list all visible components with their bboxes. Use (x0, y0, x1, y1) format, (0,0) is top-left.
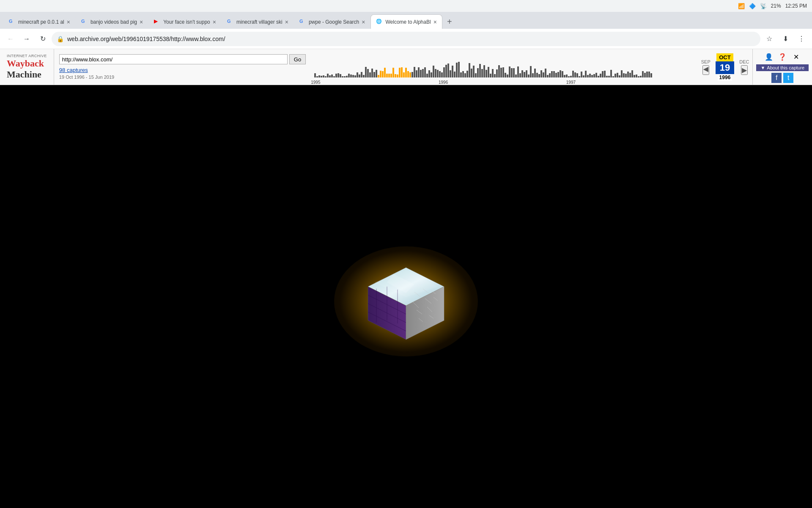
tab-close-6[interactable]: × (433, 19, 437, 25)
address-bar-container: 🔒 (52, 32, 760, 46)
tab-favicon-5: G (299, 19, 306, 25)
tab-favicon-3: ▶ (154, 19, 161, 25)
back-button[interactable]: ← (3, 32, 18, 46)
tab-alphablox[interactable]: 🌐 Welcome to AlphaBl × (370, 14, 442, 29)
new-tab-button[interactable]: + (442, 14, 457, 29)
sim-icon: 📶 (738, 3, 745, 9)
year-label-1997: 1997 (566, 80, 576, 85)
twitter-icon-button[interactable]: t (783, 73, 793, 83)
current-day-label: 19 (716, 61, 734, 74)
tab-label-3: Your face isn't suppo (163, 19, 210, 25)
wayback-logo-text: Wayback (7, 58, 44, 69)
wayback-url-area: Go 98 captures 19 Oct 1996 - 15 Jun 2019 (54, 49, 311, 85)
status-bar: 📶 🔷 📡 21% 12:25 PM (0, 0, 812, 12)
menu-button[interactable]: ⋮ (794, 32, 809, 46)
about-capture-button[interactable]: ▼ About this capture (756, 64, 809, 71)
next-nav-button[interactable]: ▶ (741, 65, 748, 75)
year-label-1996: 1996 (439, 80, 448, 85)
forward-button[interactable]: → (19, 32, 34, 46)
down-arrow-icon: ▼ (760, 65, 765, 70)
tab-favicon-1: G (9, 19, 16, 25)
tab-close-2[interactable]: × (140, 19, 143, 25)
battery-percent: 21% (771, 3, 781, 9)
tab-bar: G minecraft pe 0.0.1 al × G banjo videos… (0, 12, 812, 29)
prev-nav-button[interactable]: ▶ (702, 65, 709, 75)
wb-captures-row: 98 captures (59, 66, 306, 74)
bluetooth-icon: 🔷 (749, 3, 756, 9)
tab-close-5[interactable]: × (362, 19, 365, 25)
current-year-label: 1996 (718, 74, 732, 81)
prev-month-label: SEP (701, 59, 710, 64)
tab-label-1: minecraft pe 0.0.1 al (18, 19, 64, 25)
internet-archive-logo: INTERNET ARCHIVE Wayback Machine (7, 54, 47, 80)
tab-pwpe[interactable]: G pwpe - Google Search × (294, 14, 371, 29)
tab-close-3[interactable]: × (213, 19, 216, 25)
tab-close-4[interactable]: × (285, 19, 288, 25)
wayback-url-input[interactable] (59, 54, 288, 64)
about-capture-label: About this capture (767, 65, 804, 70)
machine-word-row: Machine (7, 69, 41, 80)
next-month-label: DEC (739, 59, 749, 64)
close-icon-button[interactable]: ✕ (790, 51, 802, 63)
wayback-bar: INTERNET ARCHIVE Wayback Machine Go 98 c… (0, 49, 812, 85)
tab-label-2: banjo videos bad pig (91, 19, 137, 25)
download-button[interactable]: ⬇ (778, 32, 793, 46)
tab-favicon-6: 🌐 (376, 19, 383, 25)
cube-container (330, 225, 482, 378)
clock: 12:25 PM (785, 3, 807, 9)
wayback-date-range: 19 Oct 1996 - 15 Jun 2019 (59, 75, 306, 80)
wifi-icon: 📡 (760, 3, 767, 9)
facebook-icon-button[interactable]: f (771, 73, 782, 83)
tab-minecraft-pe[interactable]: G minecraft pe 0.0.1 al × (3, 14, 76, 29)
tab-yourface[interactable]: ▶ Your face isn't suppo × (148, 14, 222, 29)
tab-label-5: pwpe - Google Search (309, 19, 359, 25)
help-icon-button[interactable]: ❓ (776, 51, 788, 63)
wayback-calendar: 1995 1996 1997 (311, 49, 698, 85)
main-content (0, 85, 812, 508)
year-label-1995: 1995 (311, 80, 320, 85)
social-icons: f t (771, 73, 793, 83)
tab-label-6: Welcome to AlphaBl (385, 19, 431, 25)
bookmark-button[interactable]: ☆ (762, 32, 776, 46)
user-icon-button[interactable]: 👤 (763, 51, 775, 63)
lock-icon: 🔒 (57, 36, 64, 42)
wayback-logo-area: INTERNET ARCHIVE Wayback Machine (0, 49, 54, 85)
tab-favicon-2: G (81, 19, 88, 25)
wayback-captures-link[interactable]: 98 captures (59, 67, 88, 73)
ia-top-text: INTERNET ARCHIVE (7, 54, 47, 58)
wayback-word: Wayback (7, 58, 44, 69)
tab-favicon-4: G (227, 19, 234, 25)
current-month-label: OCT (716, 53, 733, 61)
blox-cube (359, 255, 453, 348)
address-input[interactable] (67, 36, 755, 42)
tab-close-1[interactable]: × (67, 19, 70, 25)
toolbar: ← → ↻ 🔒 ☆ ⬇ ⋮ (0, 29, 812, 49)
tab-villager[interactable]: G minecraft villager ski × (222, 14, 294, 29)
wayback-go-button[interactable]: Go (289, 54, 306, 64)
wayback-nav: SEP ▶ OCT 19 1996 DEC ▶ (698, 49, 753, 85)
machine-word: Machine (7, 69, 41, 80)
wayback-right-controls: 👤 ❓ ✕ ▼ About this capture f t (752, 49, 812, 85)
calendar-bars (314, 56, 694, 77)
wb-url-row: Go (59, 54, 306, 64)
refresh-button[interactable]: ↻ (36, 32, 50, 46)
tab-banjo[interactable]: G banjo videos bad pig × (76, 14, 148, 29)
tab-label-4: minecraft villager ski (236, 19, 283, 25)
